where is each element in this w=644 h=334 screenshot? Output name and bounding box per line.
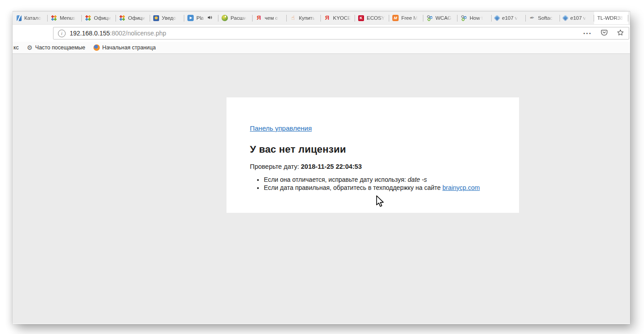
tab-label: Menus: [60, 15, 76, 21]
tab-label: e107 v: [502, 15, 518, 21]
three-circles-icon: [461, 15, 467, 21]
tab-label: Softac: [538, 15, 553, 21]
tab-label: Купить: [299, 15, 315, 21]
tab-15[interactable]: ✒ Softac: [526, 12, 560, 24]
bookmarks-toolbar: кс ⚙ Часто посещаемые Начальная страница: [13, 42, 630, 54]
bookmark-star-icon[interactable]: [617, 29, 624, 38]
play-icon: [187, 15, 194, 21]
tab-label: Pla: [196, 15, 204, 21]
three-circles-icon: [426, 15, 433, 21]
browser-window: Катало Menus Офици Офици Уведо Pla Расши…: [13, 11, 630, 324]
desktop-background: Катало Menus Офици Офици Уведо Pla Расши…: [0, 0, 644, 334]
emblem-icon: [153, 15, 159, 21]
softaculous-icon: ✒: [529, 14, 536, 22]
tab-label: KYOCE: [333, 15, 351, 21]
date-command: date -s: [408, 176, 427, 183]
check-date-line: Проверьте дату: 2018-11-25 22:04:53: [250, 163, 496, 170]
list-item: Если дата правильная, обратитесь в техпо…: [264, 184, 496, 192]
tab-9[interactable]: Я KYOCE: [321, 12, 355, 24]
m-badge-icon: M: [392, 15, 399, 21]
list-item: Если она отличается, исправьте дату испо…: [264, 176, 496, 184]
tab-6[interactable]: Расши: [218, 12, 253, 24]
gear-icon: ⚙: [27, 44, 33, 51]
tab-label: Уведо: [162, 15, 176, 21]
control-panel-link[interactable]: Панель управления: [250, 124, 312, 132]
tab-label: Катало: [24, 15, 41, 21]
tab-label: ECOSY: [367, 15, 385, 21]
license-error-card: Панель управления У вас нет лицензии Про…: [227, 97, 519, 213]
page-actions-icon[interactable]: •••: [583, 31, 592, 36]
pocket-icon[interactable]: [600, 29, 608, 38]
catalog-icon: [17, 15, 22, 21]
hand-cursor-icon: ☝: [290, 15, 296, 21]
url-text[interactable]: 192.168.0.155:8002/nolicense.php: [70, 30, 166, 37]
tab-1[interactable]: Menus: [48, 12, 82, 24]
tab-label: TL-WDR38: [597, 15, 623, 21]
tab-label: чем о: [265, 15, 278, 21]
tab-label: How t: [470, 15, 483, 21]
navigation-toolbar: i 192.168.0.155:8002/nolicense.php •••: [13, 25, 630, 42]
bookmark-item-clipped[interactable]: кс: [13, 42, 23, 53]
tab-label: Free M: [401, 15, 417, 21]
tab-7[interactable]: Я чем о: [253, 12, 287, 24]
tab-11[interactable]: M Free M: [389, 12, 423, 24]
tab-5[interactable]: Pla: [184, 12, 218, 24]
yandex-icon: Я: [256, 15, 262, 21]
page-content: Панель управления У вас нет лицензии Про…: [13, 54, 630, 324]
tab-3[interactable]: Офици: [116, 12, 150, 24]
firefox-icon: [93, 44, 100, 51]
tab-17[interactable]: TL-WDR38: [594, 12, 628, 24]
kyocera-icon: K: [358, 15, 364, 21]
joomla-icon: [119, 15, 125, 21]
tab-2[interactable]: Офици: [82, 12, 116, 24]
tab-label: Расши: [231, 15, 246, 21]
tab-label: Офици: [94, 15, 111, 21]
joomla-icon: [85, 15, 91, 21]
instructions-list: Если она отличается, исправьте дату испо…: [250, 176, 496, 192]
page-title: У вас нет лицензии: [250, 144, 496, 155]
tab-4[interactable]: Уведо: [150, 12, 184, 24]
tab-16[interactable]: e107 v: [560, 12, 594, 24]
tab-13[interactable]: How t: [457, 12, 492, 24]
tab-12[interactable]: WCAG: [423, 12, 457, 24]
tab-label: e107 v: [570, 15, 586, 21]
tab-0[interactable]: Катало: [13, 12, 48, 24]
tab-8[interactable]: ☝ Купить: [287, 12, 321, 24]
url-bar[interactable]: i 192.168.0.155:8002/nolicense.php •••: [53, 27, 629, 40]
brainycp-link[interactable]: brainycp.com: [442, 184, 480, 191]
joomla-icon: [51, 15, 57, 21]
site-info-icon[interactable]: i: [58, 30, 66, 37]
bookmark-item-frequently-visited[interactable]: ⚙ Часто посещаемые: [23, 42, 89, 53]
tab-label: WCAG: [435, 15, 452, 21]
tab-10[interactable]: K ECOSY: [355, 12, 389, 24]
date-value: 2018-11-25 22:04:53: [301, 163, 362, 170]
e107-icon: [494, 15, 500, 21]
tab-14[interactable]: e107 v: [492, 12, 526, 24]
e107-icon: [562, 15, 568, 21]
tab-label: Офици: [128, 15, 145, 21]
bookmark-item-home-page[interactable]: Начальная страница: [89, 42, 160, 53]
tab-bar: Катало Menus Офици Офици Уведо Pla Расши…: [13, 11, 630, 25]
tab-audio-icon[interactable]: [207, 15, 213, 21]
chameleon-icon: [222, 15, 228, 21]
yandex-icon: Я: [324, 15, 330, 21]
